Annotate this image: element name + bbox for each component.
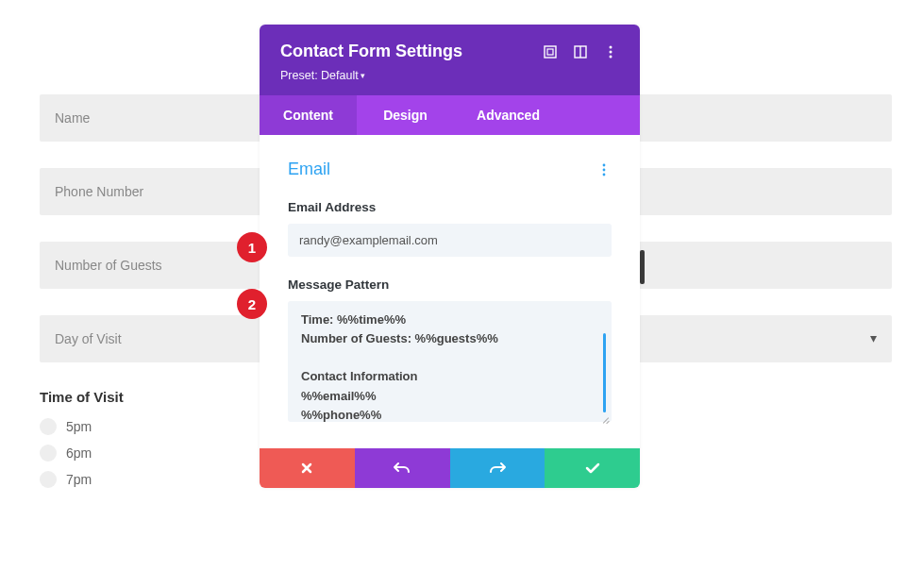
email-address-label: Email Address xyxy=(288,200,612,214)
undo-button[interactable] xyxy=(355,448,450,488)
undo-icon xyxy=(394,462,411,475)
module-handle[interactable] xyxy=(640,250,645,284)
section-header: Email xyxy=(288,160,612,179)
email-address-input[interactable] xyxy=(288,224,612,257)
panel-body: Email Email Address Message Pattern xyxy=(260,135,640,448)
tab-advanced[interactable]: Advanced xyxy=(454,95,562,135)
svg-point-7 xyxy=(603,163,606,166)
more-icon[interactable] xyxy=(602,43,619,60)
tab-design[interactable]: Design xyxy=(357,95,454,135)
section-title[interactable]: Email xyxy=(288,160,330,179)
radio-icon xyxy=(40,418,57,435)
svg-rect-1 xyxy=(547,49,553,55)
radio-label: 6pm xyxy=(66,445,92,461)
svg-rect-0 xyxy=(545,46,556,58)
radio-icon xyxy=(40,445,57,462)
svg-point-9 xyxy=(603,173,606,176)
redo-icon xyxy=(489,462,506,475)
redo-button[interactable] xyxy=(450,448,545,488)
section-menu-icon[interactable] xyxy=(596,162,612,177)
close-button[interactable] xyxy=(260,448,355,488)
layout-icon[interactable] xyxy=(572,43,589,60)
close-icon xyxy=(300,462,313,475)
radio-label: 7pm xyxy=(66,472,92,487)
tabs: Content Design Advanced xyxy=(260,95,640,135)
preset-dropdown[interactable]: Preset: Default xyxy=(280,69,619,82)
callout-badge-1: 1 xyxy=(237,232,267,262)
settings-modal: Contact Form Settings Preset: Default Co… xyxy=(260,25,640,488)
modal-title: Contact Form Settings xyxy=(280,42,462,61)
message-pattern-label: Message Pattern xyxy=(288,277,612,292)
resize-handle-icon[interactable] xyxy=(600,414,610,424)
radio-label: 5pm xyxy=(66,419,92,434)
message-pattern-wrap xyxy=(288,301,612,426)
callout-badge-2: 2 xyxy=(237,289,267,319)
svg-point-8 xyxy=(603,168,606,171)
modal-footer xyxy=(260,448,640,488)
save-button[interactable] xyxy=(545,448,640,488)
svg-point-5 xyxy=(610,50,612,53)
tab-content[interactable]: Content xyxy=(260,95,357,135)
modal-header-icons xyxy=(542,43,619,60)
scrollbar[interactable] xyxy=(603,333,606,412)
message-pattern-textarea[interactable] xyxy=(288,301,612,422)
check-icon xyxy=(585,462,600,474)
expand-icon[interactable] xyxy=(542,43,559,60)
radio-icon xyxy=(40,471,57,488)
modal-header: Contact Form Settings Preset: Default xyxy=(260,25,640,95)
svg-point-6 xyxy=(610,55,612,58)
svg-point-4 xyxy=(610,45,612,48)
